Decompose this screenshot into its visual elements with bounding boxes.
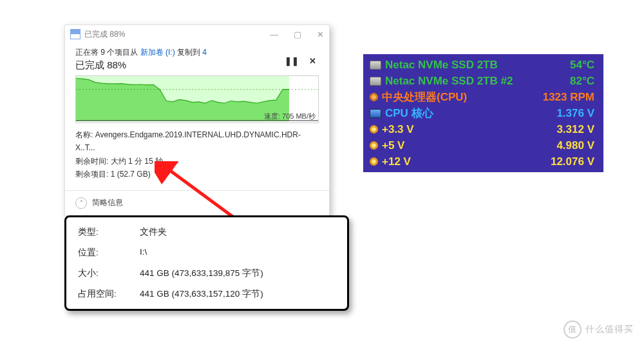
- disk-icon: [370, 77, 381, 86]
- sensor-label: 中央处理器(CPU): [382, 90, 543, 104]
- property-row: 类型:文件夹: [78, 226, 336, 238]
- details-toggle[interactable]: ˄ 简略信息: [65, 190, 329, 215]
- properties-panel: 类型:文件夹位置:I:\大小:441 GB (473,633,139,875 字…: [64, 215, 349, 311]
- sensor-row: 中央处理器(CPU)1323 RPM: [363, 89, 603, 105]
- sensor-label: +12 V: [382, 154, 551, 169]
- cancel-button[interactable]: ✕: [309, 56, 316, 66]
- property-row: 占用空间:441 GB (473,633,157,120 字节): [78, 288, 336, 300]
- sensor-value: 82°C: [570, 74, 594, 88]
- sensor-row: CPU 核心1.376 V: [363, 105, 603, 121]
- hardware-sensor-panel: Netac NVMe SSD 2TB54°CNetac NVMe SSD 2TB…: [363, 54, 603, 172]
- maximize-button[interactable]: ▢: [294, 30, 301, 39]
- file-name-label: 名称: Avengers.Endgame.2019.INTERNAL.UHD.D…: [75, 128, 319, 155]
- cpu-icon: [370, 109, 381, 118]
- sensor-row: +5 V4.980 V: [363, 137, 603, 153]
- volt-icon: [370, 125, 378, 133]
- property-value: 441 GB (473,633,157,120 字节): [140, 288, 263, 300]
- sensor-label: Netac NVMe SSD 2TB #2: [385, 74, 570, 88]
- transfer-speed-chart[interactable]: 速度: 705 MB/秒: [75, 75, 319, 123]
- pause-button[interactable]: ❚❚: [285, 56, 299, 66]
- titlebar[interactable]: 已完成 88% — ▢ ✕: [65, 25, 329, 43]
- property-row: 大小:441 GB (473,633,139,875 字节): [78, 268, 336, 279]
- sensor-label: +3.3 V: [382, 122, 556, 137]
- dest-link[interactable]: 4: [202, 48, 207, 57]
- sensor-label: Netac NVMe SSD 2TB: [385, 57, 570, 72]
- sensor-label: CPU 核心: [385, 106, 556, 121]
- watermark: 值 什么值得买: [564, 320, 634, 339]
- volt-icon: [370, 141, 378, 150]
- sensor-value: 1323 RPM: [543, 90, 594, 104]
- sensor-row: Netac NVMe SSD 2TB #282°C: [363, 73, 603, 89]
- copy-progress-window: 已完成 88% — ▢ ✕ 正在将 9 个项目从 新加卷 (I:) 复制到 4 …: [64, 25, 330, 216]
- sensor-value: 1.376 V: [556, 106, 594, 121]
- copy-app-icon: [70, 29, 80, 39]
- speed-label: 速度: 705 MB/秒: [264, 112, 316, 121]
- property-key: 大小:: [78, 268, 140, 279]
- property-key: 占用空间:: [78, 288, 140, 300]
- property-value: 441 GB (473,633,139,875 字节): [140, 268, 263, 279]
- time-remaining-label: 剩余时间: 大约 1 分 15 秒: [75, 155, 319, 168]
- window-title: 已完成 88%: [84, 29, 125, 40]
- sensor-row: +12 V12.076 V: [363, 153, 603, 170]
- items-remaining-label: 剩余项目: 1 (52.7 GB): [75, 168, 319, 181]
- sensor-label: +5 V: [382, 138, 556, 153]
- property-key: 位置:: [78, 247, 140, 259]
- sensor-value: 3.312 V: [556, 122, 594, 137]
- property-value: I:\: [140, 247, 147, 259]
- sensor-value: 4.980 V: [556, 138, 594, 153]
- close-button[interactable]: ✕: [317, 30, 324, 39]
- sensor-row: +3.3 V3.312 V: [363, 121, 603, 137]
- chevron-up-icon: ˄: [75, 197, 87, 209]
- minimize-button[interactable]: —: [270, 30, 278, 39]
- source-link[interactable]: 新加卷 (I:): [140, 48, 175, 57]
- property-value: 文件夹: [140, 226, 167, 238]
- watermark-text: 什么值得买: [585, 324, 634, 335]
- property-row: 位置:I:\: [78, 247, 336, 259]
- sensor-value: 54°C: [570, 57, 594, 72]
- sensor-value: 12.076 V: [551, 154, 594, 169]
- progress-text: 已完成 88%: [75, 59, 319, 72]
- volt-icon: [370, 157, 378, 166]
- sensor-row: Netac NVMe SSD 2TB54°C: [363, 57, 603, 73]
- copy-summary: 正在将 9 个项目从 新加卷 (I:) 复制到 4: [75, 47, 319, 58]
- disk-icon: [370, 61, 381, 70]
- property-key: 类型:: [78, 226, 140, 238]
- watermark-badge-icon: 值: [564, 320, 582, 339]
- fan-icon: [370, 93, 378, 101]
